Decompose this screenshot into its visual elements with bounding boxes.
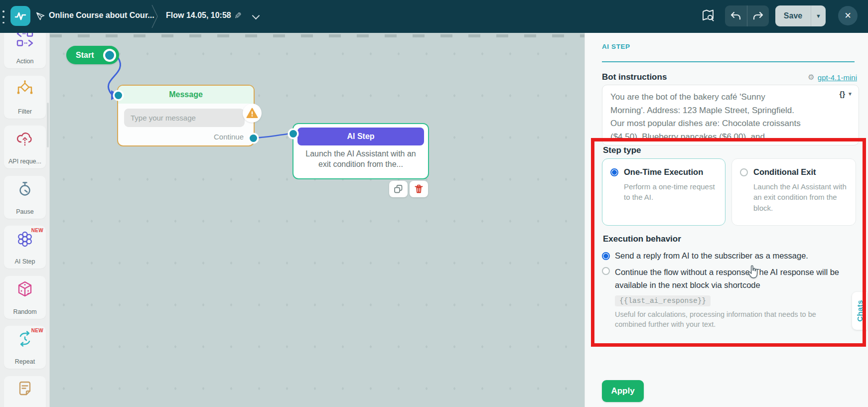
radio-unselected-icon[interactable] — [740, 168, 748, 176]
instructions-line: You are the bot of the bakery café 'Sunn… — [610, 91, 851, 104]
sidebar-item-label: Repeat — [4, 358, 46, 365]
action-code-icon — [15, 33, 34, 49]
insert-variable-button[interactable]: {} ▼ — [839, 90, 853, 98]
app-menu-icon[interactable] — [2, 10, 4, 23]
ai-step-node-input-port[interactable] — [289, 130, 297, 137]
start-node[interactable]: Start — [66, 46, 119, 64]
flow-title[interactable]: Flow 14.05, 10:58 — [166, 11, 231, 20]
gear-icon[interactable]: ⚙ — [808, 73, 814, 82]
message-node[interactable]: Message Type your message Continue — [117, 85, 255, 146]
model-select-link[interactable]: gpt-4.1-mini — [818, 73, 857, 82]
message-node-input-port[interactable] — [115, 92, 122, 99]
breadcrumb-chevron-icon — [151, 4, 159, 31]
sidebar-item-ai-step[interactable]: NEW AI Step — [4, 226, 46, 269]
execution-behavior-label: Execution behavior — [603, 234, 681, 244]
chats-side-tab[interactable]: Chats — [852, 292, 867, 330]
canvas-texture — [50, 34, 584, 37]
pause-timer-icon — [15, 180, 34, 200]
ai-step-flower-icon — [15, 230, 34, 250]
save-split-button: Save ▼ — [775, 5, 826, 26]
sidebar-item-comment[interactable]: Comment — [4, 376, 46, 407]
save-button[interactable]: Save — [775, 5, 811, 26]
start-node-label: Start — [66, 51, 94, 60]
sidebar-item-label: API reque... — [4, 158, 46, 165]
filter-diamond-icon — [15, 80, 34, 100]
top-bar: Online Course about Cour... Flow 14.05, … — [0, 0, 868, 33]
step-type-option-conditional-exit[interactable]: Conditional Exit Launch the AI Assistant… — [731, 158, 856, 226]
message-continue-port[interactable] — [250, 135, 257, 142]
step-type-option-description: Perform a one-time request to the AI. — [602, 177, 725, 203]
redo-button[interactable] — [747, 5, 769, 26]
sidebar-item-pause[interactable]: Pause — [4, 176, 46, 219]
sidebar-item-label: Pause — [4, 208, 46, 215]
close-editor-button[interactable]: ✕ — [838, 6, 858, 25]
message-continue-label: Continue — [214, 133, 244, 141]
sidebar-item-api-request[interactable]: API reque... — [4, 126, 46, 168]
chevron-down-icon: ▼ — [816, 13, 821, 19]
bot-instructions-label: Bot instructions — [602, 72, 667, 82]
flow-builder-app: Start Message Type your message Continue… — [0, 0, 868, 407]
instructions-line: Our most popular dishes are: Chocolate c… — [610, 117, 851, 131]
instructions-line: ($4.50), Blueberry pancakes ($6.00), and — [610, 131, 851, 144]
close-icon: ✕ — [844, 10, 851, 21]
execution-option-send-reply[interactable]: Send a reply from AI to the subscriber a… — [602, 251, 808, 261]
copy-icon — [394, 184, 403, 194]
step-type-option-title: One-Time Execution — [624, 167, 703, 177]
delete-node-button[interactable] — [410, 181, 428, 197]
ai-step-settings-panel: AI STEP Bot instructions ⚙ gpt-4.1-mini … — [584, 33, 868, 407]
start-node-output-port[interactable] — [103, 49, 116, 62]
random-dice-icon — [15, 280, 34, 300]
message-warning-badge — [243, 104, 262, 123]
ai-step-node-title: AI Step — [297, 128, 424, 145]
ai-step-node[interactable]: AI Step Launch the AI Assistant with an … — [292, 123, 429, 179]
panel-title: AI STEP — [602, 43, 630, 50]
execution-option-text: Continue the flow without a response. Th… — [615, 266, 864, 291]
flow-menu-chevron-icon[interactable] — [252, 12, 260, 20]
history-controls — [725, 5, 769, 26]
execution-option-text: Send a reply from AI to the subscriber a… — [615, 251, 808, 261]
braces-icon: {} — [839, 90, 845, 98]
sidebar-item-label: Filter — [4, 108, 46, 115]
comment-note-icon — [15, 380, 34, 400]
trash-icon — [415, 184, 423, 194]
radio-selected-icon[interactable] — [602, 252, 610, 260]
undo-button[interactable] — [725, 5, 747, 26]
sidebar-item-repeat[interactable]: NEW Repeat — [4, 326, 46, 369]
step-type-label: Step type — [603, 145, 641, 155]
radio-selected-icon[interactable] — [610, 168, 618, 176]
sidebar-item-label: AI Step — [4, 258, 46, 265]
chats-tab-label: Chats — [856, 300, 864, 322]
redo-icon — [752, 11, 763, 20]
sidebar-item-label: Action — [4, 58, 46, 65]
preview-map-icon[interactable] — [701, 8, 716, 25]
bot-instructions-textarea[interactable]: You are the bot of the bakery café 'Sunn… — [602, 85, 859, 145]
instructions-line: Morning'. Address: 123 Maple Street, Spr… — [610, 104, 851, 118]
undo-icon — [730, 11, 741, 20]
save-options-button[interactable]: ▼ — [811, 5, 826, 26]
chevron-down-icon: ▼ — [848, 91, 853, 97]
execution-option-continue-flow[interactable]: Continue the flow without a response. Th… — [602, 266, 864, 291]
message-node-title: Message — [118, 86, 254, 104]
sidebar-item-filter[interactable]: Filter — [4, 76, 46, 119]
channel-title[interactable]: Online Course about Cour... — [49, 11, 154, 20]
step-type-option-title: Conditional Exit — [753, 167, 816, 177]
telegram-channel-icon — [36, 11, 45, 23]
app-logo[interactable] — [10, 6, 30, 26]
rename-flow-pencil-icon[interactable]: ✎ — [234, 10, 242, 21]
step-type-option-description: Launch the AI Assistant with an exit con… — [732, 177, 856, 213]
pulse-icon — [14, 9, 27, 22]
ai-step-node-description: Launch the AI Assistant with an exit con… — [293, 148, 428, 169]
sidebar-item-label: Random — [4, 308, 46, 315]
sidebar-item-action[interactable]: Action — [4, 33, 46, 68]
duplicate-node-button[interactable] — [389, 181, 408, 197]
execution-note: Useful for calculations, processing info… — [615, 310, 849, 329]
apply-button[interactable]: Apply — [602, 380, 644, 402]
api-cloud-icon — [15, 130, 34, 149]
radio-unselected-icon[interactable] — [602, 267, 610, 275]
shortcode-chip: {{last_ai_response}} — [615, 295, 711, 306]
step-type-option-one-time[interactable]: One-Time Execution Perform a one-time re… — [602, 158, 725, 226]
message-text-input[interactable]: Type your message — [124, 109, 245, 127]
sidebar-item-random[interactable]: Random — [4, 276, 46, 319]
repeat-cycle-icon — [15, 330, 34, 350]
sidebar-scrollbar[interactable] — [47, 103, 49, 147]
